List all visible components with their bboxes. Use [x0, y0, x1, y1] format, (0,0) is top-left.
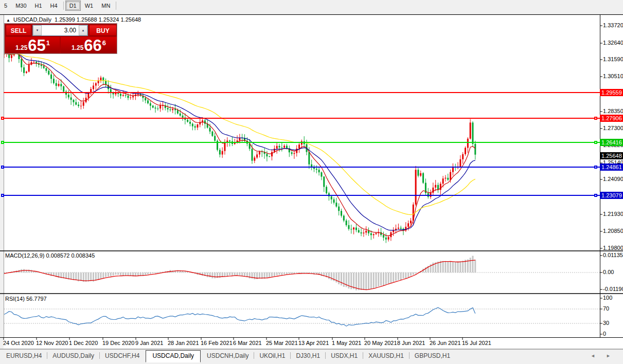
macd-histogram-bar	[410, 272, 412, 276]
collapse-triangle-icon[interactable]: ▲	[6, 18, 10, 23]
macd-histogram-bar	[293, 272, 295, 274]
candle-body	[415, 170, 417, 205]
macd-histogram-bar	[241, 272, 243, 276]
candle-body	[266, 154, 268, 156]
chart-tab-usdcad-daily[interactable]: USDCAD,Daily	[146, 350, 201, 362]
timeframe-button-mn[interactable]: MN	[97, 1, 114, 11]
candle-body	[259, 152, 260, 155]
candle-body	[331, 196, 332, 199]
chart-canvas	[0, 0, 623, 364]
macd-histogram-bar	[403, 272, 404, 279]
date-axis-label: 1 Dec 2020	[69, 340, 98, 346]
macd-histogram-bar	[413, 272, 414, 275]
candle-body	[346, 221, 347, 225]
candle-body	[335, 203, 337, 206]
chart-tab-eurusd-h4[interactable]: EURUSD,H4	[0, 350, 48, 362]
buy-price-display[interactable]: 1.25 66 6	[61, 37, 117, 53]
candle-body	[33, 62, 34, 62]
sell-price-small: 1.25	[15, 44, 27, 51]
buy-price-small: 1.25	[72, 44, 83, 51]
candle-body	[283, 145, 285, 148]
date-axis-label: 24 Oct 2020	[3, 340, 34, 346]
candle-body	[41, 65, 42, 66]
price-axis-label: -0.011904	[603, 286, 623, 292]
candle-body	[26, 71, 27, 72]
buy-button[interactable]: BUY	[89, 25, 117, 36]
candle-body	[269, 156, 270, 157]
macd-histogram-bar	[470, 258, 471, 272]
candle-body	[281, 148, 282, 148]
macd-histogram-bar	[353, 272, 354, 289]
sell-button[interactable]: SELL	[6, 25, 31, 36]
macd-layer	[4, 256, 476, 290]
candle-body	[56, 83, 57, 86]
candle-body	[308, 152, 310, 165]
chart-tab-dj30-h1[interactable]: DJ30,H1	[290, 350, 326, 362]
timeframe-button-5[interactable]: 5	[0, 1, 11, 11]
date-axis-label: 25 Mar 2021	[266, 340, 298, 346]
chart-tab-ukoil-h1[interactable]: UKOil,H1	[253, 350, 291, 362]
chart-tab-xauusd-h1[interactable]: XAUUSD,H1	[362, 350, 410, 362]
lot-size-field[interactable]: 3.00	[42, 25, 79, 35]
price-axis-label: 1.21930	[603, 211, 623, 217]
macd-histogram-bar	[100, 272, 101, 279]
candle-body	[187, 120, 188, 122]
candle-body	[323, 177, 325, 187]
candle-body	[93, 86, 94, 89]
macd-histogram-bar	[450, 261, 451, 272]
timeframe-button-w1[interactable]: W1	[81, 1, 98, 11]
macd-histogram-bar	[378, 272, 379, 286]
timeframe-button-h1[interactable]: H1	[31, 1, 46, 11]
candle-body	[376, 233, 377, 234]
date-axis-label: 19 Dec 2020	[102, 340, 134, 346]
macd-histogram-bar	[407, 272, 409, 277]
candle-body	[23, 67, 25, 73]
candle-body	[383, 235, 384, 238]
chart-tab-audusd-daily[interactable]: AUDUSD,Daily	[46, 350, 100, 362]
candle-body	[321, 172, 322, 176]
macd-histogram-bar	[444, 261, 446, 272]
macd-histogram-bar	[395, 272, 397, 281]
macd-histogram-bar	[232, 272, 233, 275]
timeframe-button-d1[interactable]: D1	[65, 1, 81, 11]
sell-price-display[interactable]: 1.25 65 1	[6, 37, 60, 53]
lot-decrease-button[interactable]: ▾	[33, 25, 42, 35]
candle-body	[410, 221, 412, 223]
date-axis-label: 6 Mar 2021	[233, 340, 262, 346]
timeframe-button-m30[interactable]: M30	[11, 1, 30, 11]
timeframe-button-h4[interactable]: H4	[46, 1, 62, 11]
chart-ohlc-readout: 1.25399 1.25688 1.25324 1.25648	[55, 16, 141, 23]
macd-histogram-bar	[70, 272, 72, 279]
candle-body	[159, 105, 161, 108]
macd-histogram-bar	[447, 261, 449, 272]
chart-tab-gbpusd-h1[interactable]: GBPUSD,H1	[408, 350, 456, 362]
macd-histogram-bar	[229, 272, 230, 276]
macd-histogram-bar	[117, 272, 119, 275]
macd-histogram-bar	[398, 272, 399, 280]
macd-histogram-bar	[115, 272, 116, 275]
candle-body	[120, 94, 121, 96]
date-axis-label: 20 May 2021	[364, 340, 397, 346]
macd-histogram-bar	[113, 272, 114, 276]
candle-body	[435, 185, 436, 188]
macd-histogram-bar	[207, 272, 208, 277]
macd-histogram-bar	[237, 272, 238, 276]
tab-scroll-right-icon[interactable]: ►	[606, 353, 611, 358]
chart-tab-usdchf-h4[interactable]: USDCHF,H4	[99, 350, 146, 362]
candle-body	[194, 126, 196, 128]
macd-histogram-bar	[459, 261, 461, 272]
candle-body	[298, 144, 300, 149]
macd-histogram-bar	[102, 272, 104, 278]
macd-histogram-bar	[85, 272, 87, 282]
candle-body	[53, 79, 55, 83]
lot-increase-button[interactable]: ▴	[79, 25, 87, 35]
macd-histogram-bar	[279, 272, 280, 275]
candle-body	[301, 141, 302, 144]
chart-tab-usdx-h1[interactable]: USDX,H1	[325, 350, 364, 362]
candle-body	[147, 100, 149, 103]
candle-body	[291, 152, 293, 154]
candle-body	[172, 109, 173, 110]
chart-tab-usdcnh-daily[interactable]: USDCNH,Daily	[201, 350, 255, 362]
macd-histogram-bar	[226, 272, 228, 277]
tab-scroll-left-icon[interactable]: ◄	[591, 353, 595, 358]
